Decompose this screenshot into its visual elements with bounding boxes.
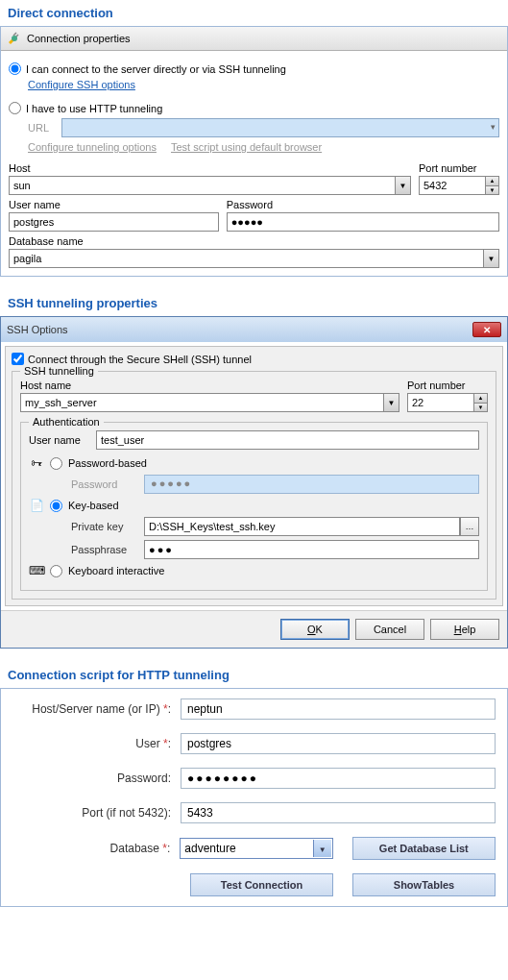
http-host-label: Host/Server name (or IP) *: [12,702,181,716]
passphrase-label: Passphrase [71,544,138,555]
http-host-input[interactable] [181,698,496,720]
key-icon: 📄 [29,498,44,513]
http-port-input[interactable] [181,802,496,823]
private-key-input[interactable] [144,517,460,536]
radio-direct-label: I can connect to the server directly or … [26,63,286,75]
db-label: Database name [9,235,499,247]
radio-keyboard-interactive[interactable] [50,565,62,577]
user-input[interactable] [9,212,219,232]
radio-password-label: Password-based [68,457,147,469]
ssh-user-input[interactable] [96,430,479,450]
host-label: Host [9,162,411,174]
help-button[interactable]: HelpHelp [430,619,499,640]
cancel-button[interactable]: Cancel [355,619,424,640]
pw-label: Password [227,199,499,210]
connect-ssh-checkbox[interactable] [12,353,24,365]
http-script-panel: Host/Server name (or IP) *: User *: Pass… [0,688,508,907]
keyboard-icon: ⌨ [29,563,44,578]
browse-key-button[interactable]: … [460,517,479,536]
private-key-label: Private key [71,521,138,532]
radio-http-label: I have to use HTTP tunneling [26,103,162,114]
svg-point-0 [12,36,17,41]
radio-key-label: Key-based [68,500,119,511]
radio-http[interactable] [9,102,21,114]
password-icon: 🗝 [29,455,44,471]
dialog-title-text: SSH Options [7,324,472,335]
db-dropdown-btn[interactable]: ▼ [483,250,498,267]
http-db-value: adventure [184,842,235,855]
db-input[interactable] [9,249,499,268]
show-tables-button[interactable]: ShowTables [352,873,496,896]
ssh-port-label: Port number [407,380,488,391]
configure-tunneling-link: Configure tunneling options [28,141,157,153]
url-input[interactable] [61,118,499,137]
url-label: URL [28,122,57,134]
configure-ssh-link[interactable]: Configure SSH options [28,79,135,90]
radio-keyboard-label: Keyboard interactive [68,565,164,576]
pw-input[interactable] [227,212,499,232]
user-label: User name [9,199,219,210]
authentication-group: Authentication User name 🗝 Password-base… [20,422,488,591]
port-spinner[interactable]: ▲▼ [485,177,498,194]
chevron-down-icon: ▼ [319,845,327,854]
section-title-direct: Direct connection [0,0,508,26]
ssh-host-label: Host name [20,380,399,391]
pw-sublabel: Password [71,478,138,490]
ok-button[interactable]: OOKK [280,619,350,640]
radio-direct[interactable] [9,62,21,75]
http-db-label: Database *: [12,842,180,855]
get-database-list-button[interactable]: Get Database List [352,837,496,860]
test-connection-button[interactable]: Test Connection [190,873,333,896]
ssh-port-spinner[interactable]: ▲▼ [473,394,487,411]
http-db-select[interactable]: adventure ▼ [180,838,332,859]
ssh-host-input[interactable] [20,393,399,412]
panel-header: Connection properties [1,27,507,51]
connect-ssh-label: Connect through the Secure SHell (SSH) t… [28,354,252,365]
port-label: Port number [419,162,499,174]
radio-password-based[interactable] [50,457,62,470]
ssh-host-dropdown-btn[interactable]: ▼ [383,394,399,411]
http-port-label: Port (if not 5432): [12,806,181,820]
group-title-auth: Authentication [29,416,104,428]
group-title-tunnel: SSH tunnelling [20,365,98,377]
ssh-user-label: User name [29,434,88,446]
section-title-http: Connection script for HTTP tunneling [0,662,508,688]
close-button[interactable]: ✕ [472,322,501,337]
passphrase-input[interactable] [144,540,479,559]
plug-icon [7,31,22,46]
host-input[interactable] [9,176,411,195]
panel-header-text: Connection properties [27,33,131,44]
connection-properties-panel: Connection properties I can connect to t… [0,26,508,277]
ssh-options-dialog: SSH Options ✕ Connect through the Secure… [0,316,508,649]
http-user-input[interactable] [181,733,496,754]
http-pw-input[interactable] [181,768,496,789]
dialog-titlebar: SSH Options ✕ [1,317,507,342]
http-user-label: User *: [12,737,181,750]
radio-key-based[interactable] [50,500,62,512]
section-title-ssh: SSH tunneling properties [0,290,508,316]
pw-disabled-input: ●●●●● [144,475,479,494]
http-pw-label: Password: [12,772,181,785]
ssh-tunnelling-group: SSH tunnelling Host name ▼ Port number ▲… [12,371,496,600]
host-dropdown-btn[interactable]: ▼ [395,177,410,194]
test-script-link: Test script using default browser [171,141,322,153]
